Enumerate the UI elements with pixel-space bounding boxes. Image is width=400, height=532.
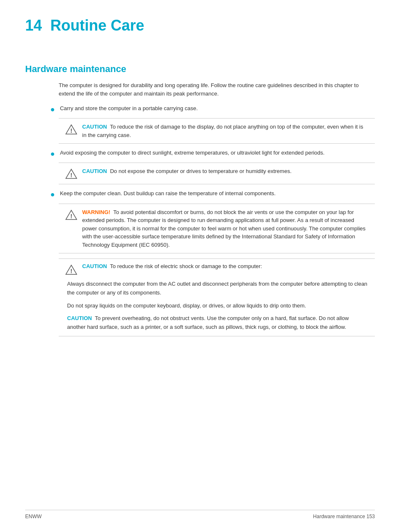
caution-block-para-1: Always disconnect the computer from the … xyxy=(67,280,368,297)
caution-block-header: ! CAUTION To reduce the risk of electric… xyxy=(65,263,368,276)
warning-content-1: WARNING! To avoid potential discomfort o… xyxy=(82,208,368,249)
caution-inline-label: CAUTION xyxy=(67,315,92,321)
warning-triangle-icon-1: ! xyxy=(65,209,77,221)
caution-content-1: CAUTION To reduce the risk of damage to … xyxy=(82,123,368,139)
svg-text:!: ! xyxy=(70,268,73,274)
caution-box-2: ! CAUTION Do not expose the computer or … xyxy=(59,163,375,184)
caution-content-2: CAUTION Do not expose the computer or dr… xyxy=(82,167,368,176)
caution-block-label: CAUTION xyxy=(82,263,107,269)
bullet-text-1: Carry and store the computer in a portab… xyxy=(60,104,198,113)
bullet-dot-2: ● xyxy=(50,149,55,159)
caution-text-2: Do not expose the computer or drives to … xyxy=(110,168,291,174)
caution-triangle-icon-2: ! xyxy=(65,168,77,180)
caution-block-para-2: Do not spray liquids on the computer key… xyxy=(67,302,368,310)
chapter-number: 14 xyxy=(25,17,42,34)
caution-box-1: ! CAUTION To reduce the risk of damage t… xyxy=(59,118,375,144)
caution-inline-text: To prevent overheating, do not obstruct … xyxy=(67,315,349,330)
warning-text-1: To avoid potential discomfort or burns, … xyxy=(82,209,366,248)
bullet-item-3: ● Keep the computer clean. Dust buildup … xyxy=(50,189,375,200)
footer-left: ENWW xyxy=(25,514,42,519)
chapter-title-text: Routine Care xyxy=(50,17,144,34)
caution-triangle-icon-1: ! xyxy=(65,124,77,135)
bullet-item-2: ● Avoid exposing the computer to direct … xyxy=(50,149,375,159)
svg-text:!: ! xyxy=(70,127,73,134)
caution-triangle-icon-3: ! xyxy=(65,264,77,276)
bullet-dot-1: ● xyxy=(50,104,55,115)
caution-block-header-content: To reduce the risk of electric shock or … xyxy=(110,263,262,269)
caution-block-body: Always disconnect the computer from the … xyxy=(65,280,368,332)
caution-block-header-text: CAUTION To reduce the risk of electric s… xyxy=(82,263,262,269)
section-intro: The computer is designed for durability … xyxy=(59,81,375,98)
footer-right: Hardware maintenance 153 xyxy=(313,514,375,519)
warning-box-1: ! WARNING! To avoid potential discomfort… xyxy=(59,204,375,254)
caution-label-1: CAUTION xyxy=(82,124,107,130)
caution-block-main: ! CAUTION To reduce the risk of electric… xyxy=(59,258,375,336)
chapter-title: 14 Routine Care xyxy=(25,17,375,39)
caution-label-2: CAUTION xyxy=(82,168,107,174)
caution-block-inline: CAUTION To prevent overheating, do not o… xyxy=(67,314,368,332)
bullet-text-3: Keep the computer clean. Dust buildup ca… xyxy=(60,189,276,198)
bullet-text-2: Avoid exposing the computer to direct su… xyxy=(60,149,325,157)
caution-text-1: To reduce the risk of damage to the disp… xyxy=(82,124,363,138)
warning-label-1: WARNING! xyxy=(82,209,110,215)
bullet-dot-3: ● xyxy=(50,189,55,200)
section-title: Hardware maintenance xyxy=(25,64,375,75)
bullet-item-1: ● Carry and store the computer in a port… xyxy=(50,104,375,115)
page-footer: ENWW Hardware maintenance 153 xyxy=(25,510,375,519)
svg-text:!: ! xyxy=(70,213,73,220)
svg-text:!: ! xyxy=(70,172,73,178)
